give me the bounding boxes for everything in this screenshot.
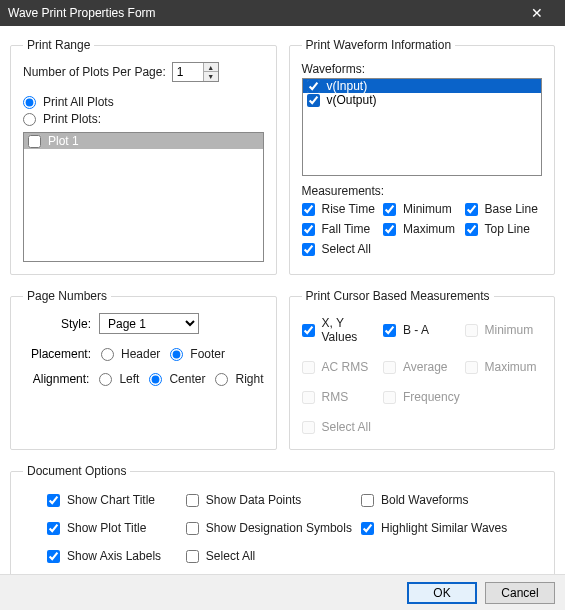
minimum-checkbox[interactable] bbox=[383, 203, 396, 216]
spin-up-icon[interactable]: ▲ bbox=[204, 63, 218, 72]
b-a-checkbox[interactable] bbox=[383, 324, 396, 337]
wave-item-label: v(Input) bbox=[327, 79, 368, 93]
page-numbers-group: Page Numbers Style: Page 1 Placement: He… bbox=[10, 289, 277, 450]
rms-label: RMS bbox=[322, 390, 349, 404]
rise-time-label: Rise Time bbox=[322, 202, 375, 216]
page-numbers-legend: Page Numbers bbox=[23, 289, 111, 303]
waveform-list[interactable]: v(Input) v(Output) bbox=[302, 78, 543, 176]
waveform-info-group: Print Waveform Information Waveforms: v(… bbox=[289, 38, 556, 275]
doc-select-all-label: Select All bbox=[206, 549, 255, 563]
cursor-min-label: Minimum bbox=[485, 323, 534, 337]
data-points-checkbox[interactable] bbox=[186, 494, 199, 507]
bold-waveforms-label: Bold Waveforms bbox=[381, 493, 469, 507]
meas-select-all-checkbox[interactable] bbox=[302, 243, 315, 256]
data-points-label: Show Data Points bbox=[206, 493, 301, 507]
dialog-content: Print Range Number of Plots Per Page: ▲ … bbox=[0, 26, 565, 599]
wave-item-checkbox[interactable] bbox=[307, 94, 320, 107]
center-radio[interactable] bbox=[149, 373, 162, 386]
highlight-waves-label: Highlight Similar Waves bbox=[381, 521, 507, 535]
plot-title-label: Show Plot Title bbox=[67, 521, 146, 535]
xy-values-label: X, Y Values bbox=[322, 316, 380, 344]
print-all-label: Print All Plots bbox=[43, 95, 114, 109]
fall-time-checkbox[interactable] bbox=[302, 223, 315, 236]
plots-per-page-label: Number of Plots Per Page: bbox=[23, 65, 166, 79]
chart-title-checkbox[interactable] bbox=[47, 494, 60, 507]
fall-time-label: Fall Time bbox=[322, 222, 371, 236]
doc-select-all-checkbox[interactable] bbox=[186, 550, 199, 563]
print-all-radio[interactable] bbox=[23, 96, 36, 109]
spin-down-icon[interactable]: ▼ bbox=[204, 72, 218, 81]
plot-item-label: Plot 1 bbox=[48, 134, 79, 148]
frequency-label: Frequency bbox=[403, 390, 460, 404]
footer-radio[interactable] bbox=[170, 348, 183, 361]
base-line-checkbox[interactable] bbox=[465, 203, 478, 216]
ac-rms-label: AC RMS bbox=[322, 360, 369, 374]
plots-per-page-input[interactable] bbox=[173, 63, 203, 81]
measurements-label: Measurements: bbox=[302, 184, 543, 198]
wave-item-label: v(Output) bbox=[327, 93, 377, 107]
ac-rms-checkbox bbox=[302, 361, 315, 374]
xy-values-checkbox[interactable] bbox=[302, 324, 315, 337]
chart-title-label: Show Chart Title bbox=[67, 493, 155, 507]
style-select[interactable]: Page 1 bbox=[99, 313, 199, 334]
cursor-min-checkbox bbox=[465, 324, 478, 337]
meas-select-all-label: Select All bbox=[322, 242, 371, 256]
print-plots-radio[interactable] bbox=[23, 113, 36, 126]
rise-time-checkbox[interactable] bbox=[302, 203, 315, 216]
left-label: Left bbox=[119, 372, 139, 386]
print-range-group: Print Range Number of Plots Per Page: ▲ … bbox=[10, 38, 277, 275]
plot-item-checkbox[interactable] bbox=[28, 135, 41, 148]
bold-waveforms-checkbox[interactable] bbox=[361, 494, 374, 507]
list-item[interactable]: Plot 1 bbox=[24, 133, 263, 149]
style-label: Style: bbox=[23, 317, 91, 331]
waveforms-label: Waveforms: bbox=[302, 62, 543, 76]
left-radio[interactable] bbox=[99, 373, 112, 386]
top-line-checkbox[interactable] bbox=[465, 223, 478, 236]
list-item[interactable]: v(Input) bbox=[303, 79, 542, 93]
plot-title-checkbox[interactable] bbox=[47, 522, 60, 535]
cursor-max-label: Maximum bbox=[485, 360, 537, 374]
center-label: Center bbox=[169, 372, 205, 386]
minimum-label: Minimum bbox=[403, 202, 452, 216]
maximum-label: Maximum bbox=[403, 222, 455, 236]
cursor-max-checkbox bbox=[465, 361, 478, 374]
rms-checkbox bbox=[302, 391, 315, 404]
maximum-checkbox[interactable] bbox=[383, 223, 396, 236]
wave-item-checkbox[interactable] bbox=[307, 80, 320, 93]
base-line-label: Base Line bbox=[485, 202, 538, 216]
dialog-footer: OK Cancel bbox=[0, 574, 565, 610]
average-label: Average bbox=[403, 360, 447, 374]
header-label: Header bbox=[121, 347, 160, 361]
titlebar: Wave Print Properties Form ✕ bbox=[0, 0, 565, 26]
average-checkbox bbox=[383, 361, 396, 374]
footer-label: Footer bbox=[190, 347, 225, 361]
print-plots-label: Print Plots: bbox=[43, 112, 101, 126]
b-a-label: B - A bbox=[403, 323, 429, 337]
designation-symbols-label: Show Designation Symbols bbox=[206, 521, 352, 535]
list-item[interactable]: v(Output) bbox=[303, 93, 542, 107]
close-icon[interactable]: ✕ bbox=[517, 5, 557, 21]
document-options-legend: Document Options bbox=[23, 464, 130, 478]
highlight-waves-checkbox[interactable] bbox=[361, 522, 374, 535]
ok-button[interactable]: OK bbox=[407, 582, 477, 604]
plots-per-page-stepper[interactable]: ▲ ▼ bbox=[172, 62, 219, 82]
right-label: Right bbox=[235, 372, 263, 386]
waveform-info-legend: Print Waveform Information bbox=[302, 38, 456, 52]
placement-label: Placement: bbox=[23, 347, 91, 361]
designation-symbols-checkbox[interactable] bbox=[186, 522, 199, 535]
cursor-select-all-label: Select All bbox=[322, 420, 371, 434]
document-options-group: Document Options Show Chart Title Show D… bbox=[10, 464, 555, 581]
axis-labels-label: Show Axis Labels bbox=[67, 549, 161, 563]
cursor-select-all-checkbox bbox=[302, 421, 315, 434]
header-radio[interactable] bbox=[101, 348, 114, 361]
plot-list[interactable]: Plot 1 bbox=[23, 132, 264, 262]
frequency-checkbox bbox=[383, 391, 396, 404]
cancel-button[interactable]: Cancel bbox=[485, 582, 555, 604]
print-range-legend: Print Range bbox=[23, 38, 94, 52]
alignment-label: Alignment: bbox=[23, 372, 89, 386]
cursor-measurements-group: Print Cursor Based Measurements X, Y Val… bbox=[289, 289, 556, 450]
window-title: Wave Print Properties Form bbox=[8, 6, 517, 20]
axis-labels-checkbox[interactable] bbox=[47, 550, 60, 563]
cursor-measurements-legend: Print Cursor Based Measurements bbox=[302, 289, 494, 303]
right-radio[interactable] bbox=[215, 373, 228, 386]
